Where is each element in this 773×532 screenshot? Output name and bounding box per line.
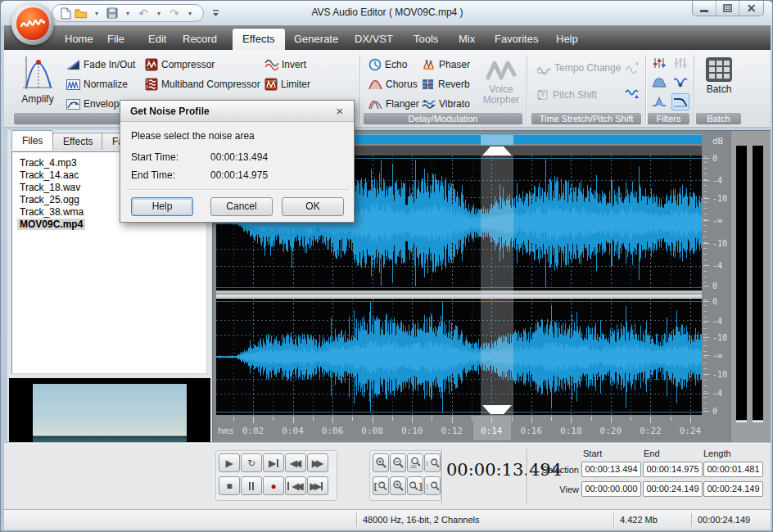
tab-effects[interactable]: Effects <box>52 133 103 150</box>
fade-in-out-item[interactable]: Fade In/Out <box>66 56 135 74</box>
menu-tab-file[interactable]: File <box>102 30 129 50</box>
bandpass-filter-icon[interactable] <box>650 74 668 91</box>
selection-marker-bottom[interactable] <box>481 405 513 415</box>
redo-dropdown-icon[interactable]: ▾ <box>183 6 197 20</box>
zoom-vertical-in-button[interactable]: ↕ <box>424 453 441 472</box>
reverb-item[interactable]: Reverb <box>422 75 470 93</box>
open-dropdown-icon[interactable]: ▾ <box>90 6 103 20</box>
view-length-field[interactable]: 00:00:24.149 <box>703 481 763 497</box>
db-tick <box>703 355 709 356</box>
chorus-icon <box>368 79 382 91</box>
save-dropdown-icon[interactable]: ▾ <box>121 6 134 20</box>
echo-item[interactable]: Echo <box>368 56 407 74</box>
dialog-title[interactable]: Get Noise Profile <box>120 101 354 122</box>
ok-button[interactable]: OK <box>282 197 344 216</box>
timeline-tick <box>233 417 234 421</box>
timeline-tick <box>412 417 413 423</box>
fast-forward-button[interactable]: ▶▶ <box>307 453 328 472</box>
tempo-change-item[interactable]: Tempo Change <box>536 59 621 77</box>
view-start-field[interactable]: 00:00:00.000 <box>581 481 641 497</box>
multiband-compressor-item[interactable]: 33 Multiband Compressor <box>145 75 260 93</box>
chorus-item[interactable]: Chorus <box>368 75 418 93</box>
undo-icon[interactable]: ↶ <box>137 6 150 20</box>
graphic-equalizer-filter-icon[interactable] <box>671 54 689 71</box>
cancel-button[interactable]: Cancel <box>210 197 273 216</box>
save-icon[interactable] <box>106 6 119 20</box>
batch-button[interactable]: Batch <box>698 53 740 112</box>
help-button[interactable]: Help <box>131 197 193 216</box>
record-button[interactable]: ● <box>263 476 284 495</box>
lowpass-filter-icon[interactable] <box>671 93 689 110</box>
new-file-icon[interactable] <box>59 6 72 20</box>
pitch-shift-item[interactable]: Pitch Shift <box>536 86 597 104</box>
voice-morpher-button[interactable]: Voice Morpher <box>477 53 525 112</box>
tempo-change-icon <box>536 62 551 74</box>
rewind-button[interactable]: ◀◀ <box>285 453 306 472</box>
invert-item[interactable]: Invert <box>264 56 306 74</box>
zoom-selection-button[interactable] <box>390 476 406 495</box>
normalize-item[interactable]: Normalize <box>66 75 128 93</box>
timeline-tick <box>650 417 651 423</box>
loop-button[interactable]: ↻ <box>241 453 262 472</box>
notch-filter-icon[interactable]: G <box>671 74 689 91</box>
menu-tab-effects[interactable]: Effects <box>233 29 285 50</box>
menu-tab-favorites[interactable]: Favorites <box>490 30 543 50</box>
selection-length-field[interactable]: 00:00:01.481 <box>703 462 763 477</box>
waveform-channel-2[interactable] <box>216 299 702 415</box>
menu-tab-mix[interactable]: Mix <box>454 30 480 50</box>
menu-tab-home[interactable]: Home <box>60 30 98 50</box>
tempo-change-alt-icon[interactable] <box>624 58 642 75</box>
zoom-100-button[interactable]: 100 <box>407 453 423 472</box>
open-file-icon[interactable] <box>75 6 88 20</box>
dialog-close-icon[interactable]: × <box>332 104 347 119</box>
meter-cap <box>736 421 747 422</box>
timeline-tick <box>512 417 513 421</box>
timeline-tick <box>551 417 552 421</box>
selection-end-field[interactable]: 00:00:14.975 <box>643 462 703 477</box>
timeline-ruler[interactable]: hms 0:020:040:060:080:100:120:140:160:18… <box>213 416 771 444</box>
tab-files[interactable]: Files <box>11 130 53 151</box>
menu-tab-tools[interactable]: Tools <box>409 30 443 50</box>
close-button[interactable]: ✕ <box>739 1 763 16</box>
undo-dropdown-icon[interactable]: ▾ <box>152 6 165 20</box>
vibrato-icon <box>422 98 436 110</box>
amplify-button[interactable]: Amplify <box>16 53 60 112</box>
limiter-item[interactable]: Limiter <box>264 75 310 93</box>
view-end-field[interactable]: 00:00:24.149 <box>643 481 703 497</box>
flanger-item[interactable]: Flanger <box>368 95 419 113</box>
play-button[interactable]: ▶ <box>219 453 240 472</box>
phaser-item[interactable]: Phaser <box>422 56 470 74</box>
timeline-label: 0:16 <box>521 426 543 436</box>
envelope-item[interactable]: Envelope <box>66 95 124 113</box>
restore-button[interactable] <box>716 1 740 16</box>
menu-tab-generate[interactable]: Generate <box>289 30 343 50</box>
zoom-out-button[interactable] <box>390 453 406 472</box>
menu-tab-help[interactable]: Help <box>551 30 583 50</box>
redo-icon[interactable]: ↷ <box>168 6 181 20</box>
minimize-button[interactable] <box>693 1 716 16</box>
peak-filter-icon[interactable] <box>650 93 668 110</box>
menu-tab-dxvst[interactable]: DX/VST <box>350 30 398 50</box>
selection-start-field[interactable]: 00:00:13.494 <box>581 462 641 477</box>
pause-button[interactable] <box>241 476 262 495</box>
timeline-tick <box>253 417 254 423</box>
go-to-end-button[interactable]: ▶▶ <box>307 476 328 495</box>
pitch-wave-arrow-icon[interactable] <box>624 85 642 102</box>
zoom-selection-left-button[interactable]: [ <box>373 476 389 495</box>
menu-tab-record[interactable]: Record <box>178 30 222 50</box>
zoom-vertical-out-button[interactable]: ↕ <box>424 476 441 495</box>
db-tick <box>703 158 709 159</box>
zoom-selection-right-button[interactable]: ] <box>407 476 423 495</box>
zoom-in-button[interactable] <box>373 453 389 472</box>
menu-tab-edit[interactable]: Edit <box>143 30 171 50</box>
app-logo[interactable] <box>11 2 54 45</box>
toolbar-overflow-icon[interactable] <box>209 6 222 20</box>
stop-button[interactable]: ■ <box>219 476 240 495</box>
go-to-start-button[interactable]: ◀◀ <box>285 476 306 495</box>
equalizer-filter-icon[interactable] <box>650 54 668 71</box>
compressor-item[interactable]: Compressor <box>145 56 215 74</box>
selection-marker-top[interactable] <box>481 146 513 156</box>
play-to-end-button[interactable]: ▶ <box>263 453 284 472</box>
vibrato-item[interactable]: Vibrato <box>422 95 470 113</box>
phaser-icon <box>422 58 436 71</box>
